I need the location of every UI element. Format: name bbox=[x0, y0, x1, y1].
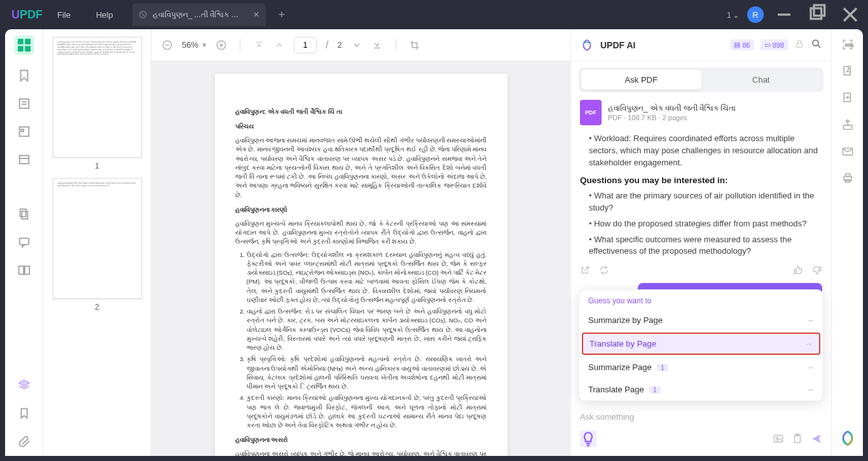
badge-words[interactable]: ▭898 bbox=[761, 39, 788, 50]
prev-page-button[interactable] bbox=[273, 39, 285, 51]
suggested-question[interactable]: What specific outcomes were measured to … bbox=[589, 234, 822, 258]
lock-icon[interactable] bbox=[794, 39, 804, 52]
document-scroll[interactable]: હવાવિપુણન: એક વધતી જતી વૈશ્વિક ચિં તા પર… bbox=[151, 61, 570, 456]
message-actions bbox=[580, 261, 822, 283]
send-button[interactable] bbox=[811, 433, 822, 444]
thumbnail-1[interactable]: હવાવિપુણન એક વધતી જતી વૈશ્વિક ચિંતા પરિચ… bbox=[48, 37, 146, 170]
thumbnail-2[interactable]: હવાવિપુણનના ઉકેલો નીતિ અને નિયમન તકનીકી … bbox=[48, 178, 146, 312]
arrow-right-icon: → bbox=[806, 362, 814, 372]
menu-file[interactable]: File bbox=[57, 10, 71, 20]
badge-pages[interactable]: ▤86 bbox=[730, 39, 754, 50]
svg-rect-9 bbox=[18, 46, 24, 52]
last-page-button[interactable] bbox=[371, 39, 383, 51]
ai-float-icon[interactable] bbox=[839, 429, 857, 447]
svg-rect-30 bbox=[797, 43, 802, 47]
thumbs-down-icon[interactable] bbox=[812, 265, 822, 275]
share-icon[interactable] bbox=[841, 118, 854, 131]
svg-rect-21 bbox=[18, 266, 23, 275]
bookmark-tool-icon[interactable] bbox=[17, 69, 31, 83]
email-icon[interactable] bbox=[841, 145, 854, 158]
logo-u: U bbox=[11, 8, 20, 21]
organize-tool-icon[interactable] bbox=[17, 207, 31, 221]
suggest-summarize-page[interactable]: Summarize Page1 → bbox=[579, 356, 823, 378]
image-icon[interactable] bbox=[773, 433, 784, 444]
svg-rect-34 bbox=[819, 267, 821, 271]
thumb-number: 2 bbox=[48, 303, 146, 312]
suggest-heading: Guess you want to bbox=[579, 290, 823, 309]
page-input[interactable] bbox=[294, 37, 317, 53]
tab-ask-pdf[interactable]: Ask PDF bbox=[581, 70, 701, 90]
attachment-icon[interactable] bbox=[17, 434, 31, 448]
svg-rect-37 bbox=[774, 436, 783, 443]
suggest-summarize-by-page[interactable]: Summarize by Page → bbox=[579, 309, 823, 331]
document-tab[interactable]: હવાવિપુણન_ ...તી વૈશ્વિક ચિંતા ✕ bbox=[132, 3, 266, 26]
zoom-out-button[interactable] bbox=[162, 39, 173, 51]
user-avatar[interactable]: R bbox=[747, 6, 764, 23]
ai-doc-meta: PDF · 108.7 KB · 2 pages bbox=[608, 114, 736, 121]
suggest-translate-page[interactable]: Translate Page1 → bbox=[579, 378, 823, 401]
bookmark-nav-icon[interactable] bbox=[17, 406, 31, 420]
clipboard-icon[interactable] bbox=[792, 433, 803, 444]
menu-bar: File Help bbox=[57, 10, 113, 20]
svg-rect-16 bbox=[19, 156, 29, 164]
convert-icon[interactable] bbox=[841, 92, 854, 104]
tab-close-button[interactable]: ✕ bbox=[253, 10, 259, 19]
suggested-question[interactable]: How do the proposed strategies differ fr… bbox=[589, 218, 822, 230]
arrow-right-icon: → bbox=[804, 339, 813, 348]
ai-input[interactable] bbox=[580, 407, 822, 427]
new-tab-button[interactable]: + bbox=[279, 8, 286, 22]
close-button[interactable] bbox=[837, 2, 863, 27]
tab-doc-icon bbox=[139, 10, 148, 19]
document-toolbar: 56% ▾ / 2 bbox=[151, 29, 570, 61]
print-icon[interactable] bbox=[841, 172, 854, 184]
edit-tool-icon[interactable] bbox=[17, 153, 31, 167]
svg-rect-3 bbox=[811, 8, 822, 19]
thumbnail-panel: હવાવિપુણન એક વધતી જતી વૈશ્વિક ચિંતા પરિચ… bbox=[43, 29, 151, 456]
svg-rect-47 bbox=[845, 174, 850, 176]
menu-help[interactable]: Help bbox=[96, 10, 113, 20]
document-area: 56% ▾ / 2 હવાવિપુણન: એક વધતી જતી વૈશ્વિક… bbox=[151, 29, 570, 456]
ai-title: UPDF AI bbox=[600, 40, 635, 50]
tab-chat[interactable]: Chat bbox=[701, 70, 822, 90]
arrow-right-icon: → bbox=[806, 315, 814, 325]
crop-button[interactable] bbox=[409, 39, 420, 51]
thumb-number: 1 bbox=[48, 162, 146, 170]
minimize-button[interactable] bbox=[771, 2, 797, 27]
search-icon[interactable] bbox=[811, 38, 822, 52]
svg-rect-7 bbox=[18, 39, 24, 45]
suggest-translate-by-page[interactable]: Translate by Page → bbox=[582, 333, 820, 355]
ai-input-area bbox=[571, 401, 831, 456]
svg-rect-18 bbox=[20, 209, 25, 217]
main-area: હવાવિપુણન એક વધતી જતી વૈશ્વિક ચિંતા પરિચ… bbox=[5, 29, 863, 456]
svg-line-1 bbox=[141, 13, 144, 17]
ai-bullet: Workload: Requires coordinated efforts a… bbox=[589, 133, 822, 169]
thumbs-up-icon[interactable] bbox=[793, 265, 803, 275]
refresh-icon[interactable] bbox=[599, 265, 609, 275]
first-page-button[interactable] bbox=[253, 39, 265, 51]
effects-intro: હવાવિપુણનના અસરો વ્યાપક અને ગંભીર છે, જે… bbox=[235, 450, 487, 456]
counter[interactable]: 1 ⌄ bbox=[727, 10, 740, 20]
svg-line-32 bbox=[818, 45, 820, 48]
compare-tool-icon[interactable] bbox=[17, 263, 31, 277]
prompt-ideas-button[interactable] bbox=[580, 430, 596, 447]
next-page-button[interactable] bbox=[351, 39, 362, 51]
thumbnails-icon[interactable] bbox=[15, 36, 34, 55]
page-separator: / bbox=[326, 39, 328, 51]
ai-logo-icon bbox=[580, 38, 594, 52]
maximize-button[interactable] bbox=[804, 2, 830, 27]
text-tool-icon[interactable] bbox=[17, 97, 31, 111]
comment-tool-icon[interactable] bbox=[17, 235, 31, 249]
ocr-icon[interactable]: OCR bbox=[841, 38, 854, 51]
count-badge: 1 bbox=[657, 364, 668, 371]
zoom-in-button[interactable] bbox=[216, 39, 227, 51]
list-item: વાહનો દ્વારા ઉત્સર્જન: રોડ પર સંચાલિત વિ… bbox=[247, 307, 487, 352]
suggested-question[interactable]: What are the primary sources of air poll… bbox=[589, 190, 822, 214]
export-icon[interactable] bbox=[841, 65, 854, 78]
tab-title: હવાવિપુણન_ ...તી વૈશ્વિક ચિંતા bbox=[153, 10, 245, 19]
page-total: 2 bbox=[337, 40, 341, 50]
chat-icon: ▭ bbox=[764, 41, 771, 49]
layers-icon[interactable] bbox=[17, 378, 31, 392]
zoom-level[interactable]: 56% ▾ bbox=[182, 40, 207, 50]
share-icon[interactable] bbox=[580, 265, 590, 275]
form-tool-icon[interactable] bbox=[17, 125, 31, 139]
